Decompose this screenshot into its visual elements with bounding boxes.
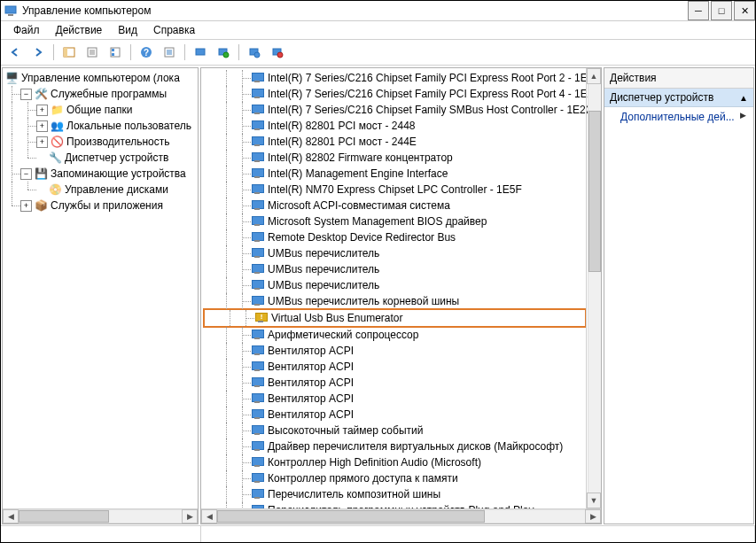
device-item[interactable]: UMBus перечислитель корневой шины — [203, 293, 587, 309]
expand-icon[interactable]: + — [20, 200, 32, 212]
device-icon — [251, 345, 265, 357]
collapse-icon[interactable]: − — [20, 168, 32, 180]
device-item[interactable]: Virtual Usb Bus Enumerator — [207, 310, 583, 326]
toolbar: ? — [1, 40, 755, 66]
tree-device-manager[interactable]: 🔧 Диспетчер устройств — [4, 150, 198, 166]
device-item[interactable]: Intel(R) 82801 PCI мост - 2448 — [203, 118, 587, 134]
device-item[interactable]: Контроллер High Definition Audio (Micros… — [203, 454, 587, 470]
tree-shared-folders[interactable]: + 📁 Общие папки — [4, 102, 198, 118]
disk-icon: 📀 — [48, 182, 62, 197]
device-item[interactable]: Intel(R) NM70 Express Chipset LPC Contro… — [203, 182, 587, 198]
device-item[interactable]: Intel(R) 82801 PCI мост - 244E — [203, 134, 587, 150]
menu-help[interactable]: Справка — [146, 22, 202, 38]
expand-icon[interactable]: + — [36, 136, 48, 148]
device-item[interactable]: Microsoft ACPI-совместимая система — [203, 198, 587, 213]
device-label: Контроллер прямого доступа к памяти — [268, 472, 458, 485]
menu-view[interactable]: Вид — [111, 22, 144, 38]
expand-icon[interactable]: + — [36, 120, 48, 132]
console-tree-pane: 🖥️ Управление компьютером (лока − 🛠️ Слу… — [2, 67, 199, 524]
tb-help-icon[interactable]: ? — [136, 42, 157, 63]
device-item[interactable]: Арифметический сопроцессор — [203, 327, 587, 343]
tb-properties-icon[interactable] — [82, 42, 103, 63]
tb-list-icon[interactable] — [105, 42, 126, 63]
device-item[interactable]: Высокоточный таймер событий — [203, 423, 587, 438]
device-label: Virtual Usb Bus Enumerator — [271, 312, 403, 324]
device-item[interactable]: Вентилятор ACPI — [203, 359, 587, 375]
device-item[interactable]: Перечислитель программных устройств Plug… — [203, 502, 587, 508]
tree-storage[interactable]: − 💾 Запоминающие устройства — [4, 166, 198, 182]
tb-show-hide-tree-icon[interactable] — [58, 42, 80, 63]
tree-local-users[interactable]: + 👥 Локальные пользователь — [4, 118, 198, 134]
device-icon — [251, 136, 265, 148]
device-icon — [251, 247, 265, 260]
device-item[interactable]: Вентилятор ACPI — [203, 343, 587, 359]
back-button[interactable] — [4, 42, 26, 63]
close-button[interactable]: ✕ — [734, 1, 755, 20]
device-item[interactable]: Вентилятор ACPI — [203, 375, 587, 391]
device-item[interactable]: Драйвер перечислителя виртуальных дисков… — [203, 438, 587, 454]
scroll-right-icon[interactable]: ▶ — [585, 509, 601, 524]
scroll-left-icon[interactable]: ◀ — [3, 509, 19, 524]
forward-button[interactable] — [27, 42, 49, 63]
device-item[interactable]: Intel(R) 82802 Firmware концентратор — [203, 150, 587, 166]
device-label: Intel(R) 82802 Firmware концентратор — [268, 151, 453, 164]
tb-enable-icon[interactable] — [244, 42, 265, 63]
device-item[interactable]: Intel(R) 7 Series/C216 Chipset Family PC… — [203, 70, 587, 86]
device-item[interactable]: Intel(R) Management Engine Interface — [203, 166, 587, 182]
svg-rect-9 — [112, 49, 114, 51]
center-vertical-scrollbar[interactable]: ▲ ▼ — [586, 68, 601, 508]
device-label: Intel(R) Management Engine Interface — [268, 167, 448, 180]
tree-disk-mgmt[interactable]: 📀 Управление дисками — [4, 182, 198, 198]
actions-more[interactable]: Дополнительные дей... ▶ — [604, 107, 753, 127]
device-item[interactable]: Перечислитель композитной шины — [203, 486, 587, 502]
device-item[interactable]: Intel(R) 7 Series/C216 Chipset Family SM… — [203, 102, 587, 118]
device-item[interactable]: Remote Desktop Device Redirector Bus — [203, 229, 587, 245]
scroll-down-icon[interactable]: ▼ — [587, 493, 601, 508]
device-icon — [251, 408, 265, 421]
status-bar — [1, 525, 755, 542]
actions-group-header[interactable]: Диспетчер устройств ▲ — [604, 89, 753, 107]
device-label: UMBus перечислитель — [268, 247, 379, 260]
console-tree[interactable]: 🖥️ Управление компьютером (лока − 🛠️ Слу… — [3, 68, 198, 215]
collapse-icon[interactable]: − — [20, 89, 32, 100]
app-icon — [4, 4, 19, 18]
left-horizontal-scrollbar[interactable]: ◀ ▶ — [3, 508, 198, 524]
maximize-button[interactable]: □ — [711, 1, 732, 20]
menu-file[interactable]: Файл — [6, 22, 47, 38]
svg-rect-15 — [196, 49, 205, 55]
tree-system-tools[interactable]: − 🛠️ Служебные программы — [4, 86, 198, 102]
device-tree[interactable]: Intel(R) 7 Series/C216 Chipset Family PC… — [201, 68, 587, 508]
minimize-button[interactable]: ─ — [688, 1, 709, 20]
device-item[interactable]: UMBus перечислитель — [203, 245, 587, 261]
tree-performance[interactable]: + 🚫 Производительность — [4, 134, 198, 150]
device-label: Intel(R) 82801 PCI мост - 244E — [268, 136, 417, 148]
scroll-up-icon[interactable]: ▲ — [587, 68, 601, 84]
expand-icon[interactable]: + — [36, 105, 48, 116]
device-item[interactable]: UMBus перечислитель — [203, 277, 587, 293]
device-manager-icon: 🔧 — [48, 151, 62, 165]
app-window: Управление компьютером ─ □ ✕ Файл Действ… — [0, 0, 756, 543]
menu-action[interactable]: Действие — [49, 22, 110, 38]
device-item[interactable]: Intel(R) 7 Series/C216 Chipset Family PC… — [203, 86, 587, 102]
device-item[interactable]: UMBus перечислитель — [203, 261, 587, 277]
device-item[interactable]: Вентилятор ACPI — [203, 391, 587, 407]
tb-disable-icon[interactable] — [267, 42, 288, 63]
device-icon — [251, 456, 265, 469]
scroll-right-icon[interactable]: ▶ — [182, 509, 198, 524]
tb-scan-icon[interactable] — [213, 42, 234, 63]
device-item[interactable]: Контроллер прямого доступа к памяти — [203, 470, 587, 486]
device-item[interactable]: Вентилятор ACPI — [203, 407, 587, 423]
users-icon: 👥 — [50, 119, 64, 133]
tree-root[interactable]: 🖥️ Управление компьютером (лока — [4, 70, 198, 86]
tb-refresh-icon[interactable] — [159, 42, 180, 63]
center-horizontal-scrollbar[interactable]: ◀ ▶ — [201, 508, 601, 524]
device-icon — [251, 488, 265, 500]
device-item[interactable]: Microsoft System Management BIOS драйвер — [203, 213, 587, 229]
scroll-left-icon[interactable]: ◀ — [201, 509, 217, 524]
actions-group-label: Диспетчер устройств — [610, 91, 713, 104]
storage-icon: 💾 — [34, 167, 48, 181]
tb-device-icon[interactable] — [190, 42, 211, 63]
device-icon — [251, 440, 265, 453]
tree-services-apps[interactable]: + 📦 Службы и приложения — [4, 198, 198, 213]
device-icon — [251, 279, 265, 291]
